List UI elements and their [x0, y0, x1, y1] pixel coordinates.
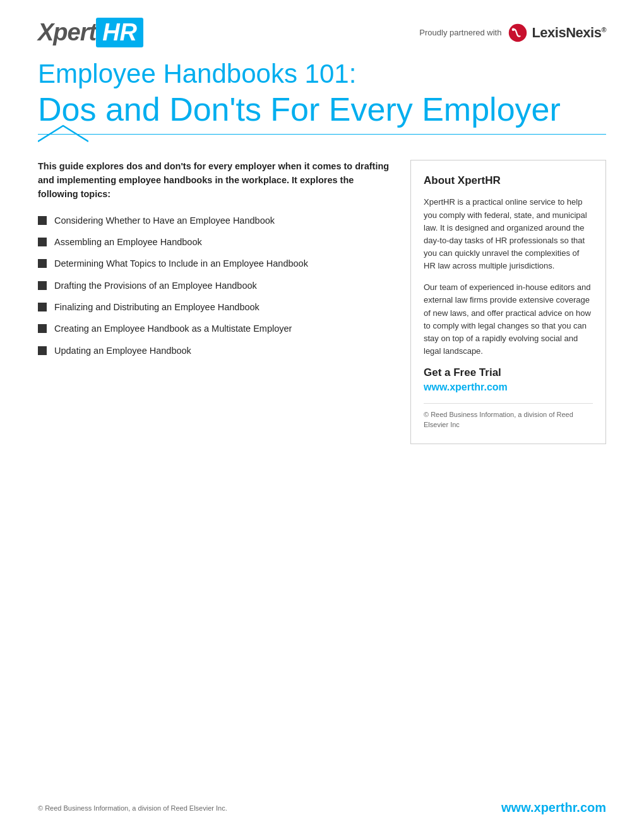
svg-point-0	[509, 23, 527, 41]
list-item-text: Determining What Topics to Include in an…	[54, 257, 308, 270]
list-item-text: Creating an Employee Handbook as a Multi…	[54, 322, 292, 335]
list-item-text: Assembling an Employee Handbook	[54, 236, 202, 248]
lexisnexis-icon	[508, 23, 528, 43]
title-line1: Employee Handbooks 101:	[38, 59, 606, 89]
list-item-text: Considering Whether to Have an Employee …	[54, 214, 275, 227]
lexisnexis-logo: LexisNexis®	[508, 23, 606, 43]
logo-hr-box: HR	[96, 18, 143, 47]
about-copyright: © Reed Business Information, a division …	[424, 403, 593, 430]
left-column: This guide explores dos and don'ts for e…	[38, 160, 391, 365]
list-item: Assembling an Employee Handbook	[38, 236, 391, 248]
divider-container	[0, 134, 644, 135]
about-box: About XpertHR XpertHR is a practical onl…	[410, 160, 606, 444]
partner-text: Proudly partnered with	[419, 28, 501, 37]
intro-paragraph: This guide explores dos and don'ts for e…	[38, 160, 391, 201]
bullet-icon	[38, 216, 47, 225]
bullet-icon	[38, 281, 47, 290]
logo-xpert-text: Xpert	[38, 19, 96, 46]
about-paragraph1: XpertHR is a practical online service to…	[424, 196, 593, 272]
list-item: Considering Whether to Have an Employee …	[38, 214, 391, 227]
page-header: Xpert HR Proudly partnered with LexisNex…	[0, 0, 644, 47]
list-item-text: Updating an Employee Handbook	[54, 344, 191, 357]
bullet-icon	[38, 259, 47, 268]
list-item: Determining What Topics to Include in an…	[38, 257, 391, 270]
list-item: Creating an Employee Handbook as a Multi…	[38, 322, 391, 335]
list-item: Finalizing and Distributing an Employee …	[38, 301, 391, 313]
page-footer: © Reed Business Information, a division …	[38, 801, 606, 815]
about-website-link[interactable]: www.xperthr.com	[424, 382, 593, 393]
title-line2: Dos and Don'ts For Every Employer	[38, 92, 606, 128]
bullet-icon	[38, 324, 47, 333]
cta-title: Get a Free Trial	[424, 366, 593, 379]
xperthr-logo: Xpert HR	[38, 18, 143, 47]
bullet-icon	[38, 303, 47, 311]
list-item: Updating an Employee Handbook	[38, 344, 391, 357]
svg-point-1	[512, 28, 515, 30]
footer-website-link[interactable]: www.xperthr.com	[501, 801, 606, 815]
footer-copyright-text: © Reed Business Information, a division …	[38, 804, 227, 812]
chevron-icon	[38, 123, 88, 145]
horizontal-rule	[38, 134, 606, 135]
about-title: About XpertHR	[424, 174, 593, 187]
bullet-icon	[38, 346, 47, 355]
topic-list: Considering Whether to Have an Employee …	[38, 214, 391, 357]
list-item: Drafting the Provisions of an Employee H…	[38, 279, 391, 292]
about-paragraph2: Our team of experienced in-house editors…	[424, 281, 593, 358]
list-item-text: Finalizing and Distributing an Employee …	[54, 301, 259, 313]
lexisnexis-name: LexisNexis®	[532, 25, 606, 41]
bullet-icon	[38, 238, 47, 246]
list-item-text: Drafting the Provisions of an Employee H…	[54, 279, 257, 292]
main-content: This guide explores dos and don'ts for e…	[0, 135, 644, 469]
title-block: Employee Handbooks 101: Dos and Don'ts F…	[0, 47, 644, 128]
partner-section: Proudly partnered with LexisNexis®	[419, 23, 606, 43]
